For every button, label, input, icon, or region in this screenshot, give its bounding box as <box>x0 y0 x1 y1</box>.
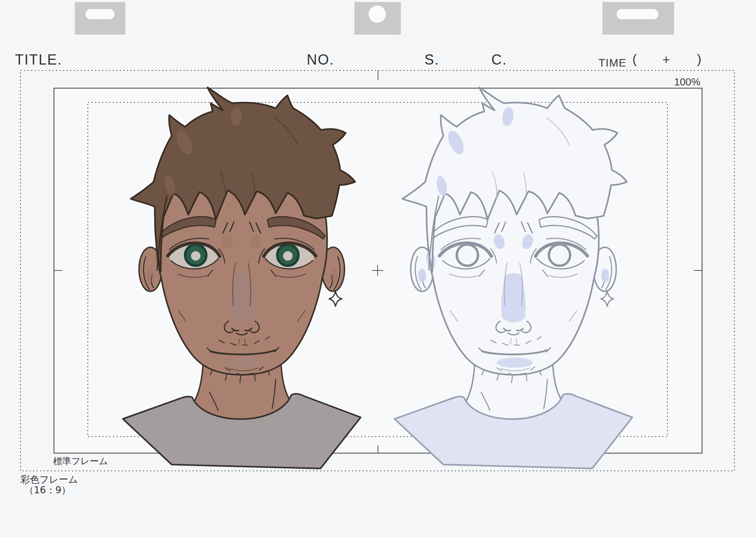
cut-number-label: NO. <box>307 52 334 68</box>
scale-label: 100% <box>674 76 700 88</box>
standard-frame-label: 標準フレーム <box>53 455 108 467</box>
time-plus: + <box>662 52 670 67</box>
cut-label: C. <box>491 52 507 68</box>
aspect-ratio-label: （16：9） <box>24 484 71 496</box>
scene-label: S. <box>424 52 439 68</box>
title-label: TITLE. <box>15 52 62 68</box>
time-paren-close: ) <box>697 51 701 67</box>
frame-guides <box>20 70 734 471</box>
time-label: TIME <box>598 57 626 69</box>
time-paren-open: ( <box>632 51 637 67</box>
animation-layout-sheet: TITLE. NO. S. C. TIME ( + ) 100% 標準フレーム … <box>0 0 756 537</box>
sheet-canvas <box>0 0 756 537</box>
